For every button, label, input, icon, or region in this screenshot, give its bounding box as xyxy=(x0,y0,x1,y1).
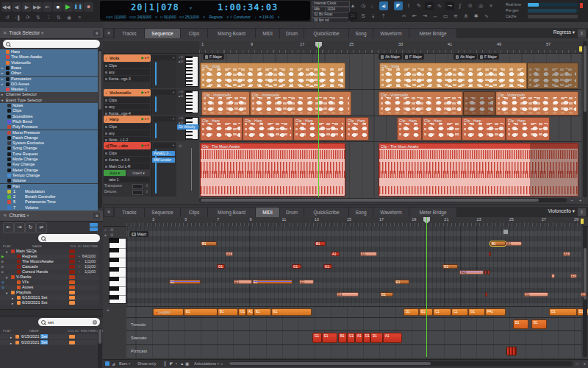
event-type-patch-change[interactable]: Patch Change xyxy=(0,135,98,141)
skip-to-start-button[interactable]: ⇤ xyxy=(3,222,14,233)
color-chip[interactable] xyxy=(69,280,75,284)
step-record-icon[interactable]: ⁙ xyxy=(348,12,357,21)
event-type-5portamento-time[interactable]: 5Portamento Time xyxy=(0,199,98,205)
slip-tool-icon[interactable]: ▭ xyxy=(441,12,450,21)
articulation-block-f-1[interactable]: F#1 xyxy=(485,308,506,316)
articulation-block-e1[interactable]: E1 xyxy=(322,333,337,343)
sequence-select[interactable]: Regress ▾ ⇕ Conductor ♩ = 134.00 ▾ xyxy=(205,15,279,19)
stop-button[interactable]: ■ xyxy=(53,2,62,12)
clip[interactable]: Clip - Violoncello xyxy=(201,91,250,116)
close-icon[interactable]: ✕ xyxy=(3,30,7,35)
color-chip[interactable] xyxy=(69,291,75,294)
section-event-type-selector[interactable]: ▾Event Type Selector xyxy=(0,98,98,103)
track-lane-harp[interactable]: Clip - HarpClip - HarpClip - HarpClip - … xyxy=(199,116,581,142)
insert-button[interactable]: Insert ▾ xyxy=(127,170,150,176)
audio-click-icon[interactable]: ◀) xyxy=(379,1,388,10)
chunks-search-input[interactable] xyxy=(38,234,100,242)
clip[interactable]: Clip - Harp xyxy=(243,117,293,141)
clip[interactable]: Clip - The Moon Awake xyxy=(200,143,345,197)
articulation-block-d1[interactable]: D1 xyxy=(549,308,577,316)
key-signature-chip[interactable]: ♪Ab Major xyxy=(453,54,477,60)
articulation-block-d1[interactable]: D1 xyxy=(404,308,419,316)
grid-view-icon[interactable] xyxy=(105,361,110,366)
track-title-bar[interactable]: Violoncello♪▶●≡ xyxy=(104,89,151,96)
chunks-menu-icon[interactable]: ≣ xyxy=(93,213,100,219)
clock-icon[interactable]: ◷ xyxy=(359,1,368,10)
sequence-vscrollbar[interactable] xyxy=(583,41,587,197)
split-tool-icon[interactable]: ⋔ xyxy=(462,12,470,21)
event-type-tempo-change[interactable]: Tempo Change xyxy=(0,173,98,178)
volume-fader[interactable] xyxy=(155,123,157,138)
insert-chip-ch-velocity[interactable]: Ch Velocity xyxy=(177,124,198,130)
event-type-poly-pressure[interactable]: Poly Pressure xyxy=(0,124,98,130)
track-buttons[interactable]: ▶●≡ xyxy=(141,142,150,149)
midi-note-g1[interactable]: G1 xyxy=(323,264,332,269)
midi-note-d1[interactable]: D1 xyxy=(380,292,393,297)
clip[interactable]: Clip - The Moon Awake xyxy=(379,143,578,197)
ramp-icon[interactable]: ◢ xyxy=(112,360,115,367)
midi-note[interactable] xyxy=(489,252,491,256)
find-search-input[interactable]: set ✕ xyxy=(38,318,100,326)
mini-keyboard[interactable] xyxy=(185,56,198,87)
articulation-block-g1[interactable]: G1 xyxy=(312,333,322,343)
marker-filter-icon[interactable]: ▲ xyxy=(180,360,184,367)
track-row-do-auxes[interactable]: ▸DO Auxes xyxy=(0,82,98,87)
track-setting-row-0[interactable]: Clips▾ xyxy=(104,97,150,103)
zoom-tool-icon[interactable]: ⊙ xyxy=(466,1,475,10)
clip[interactable]: Clip - Harp xyxy=(462,117,506,141)
mini-keyboard[interactable] xyxy=(185,91,198,113)
color-chip[interactable] xyxy=(69,341,75,344)
trim-start-tool-icon[interactable]: ⇤ xyxy=(410,12,419,21)
articulations-select[interactable]: Articulations ▾ ◂ xyxy=(194,360,223,367)
midi-note-a1[interactable]: A1 xyxy=(331,252,340,256)
chunks-header[interactable]: ✕Chunks ▾ ≣ xyxy=(0,210,103,222)
dot-filter-icon[interactable]: • xyxy=(176,360,177,367)
track-lane-violoncello[interactable]: Clip - VioloncelloClip - VioloncelloClip… xyxy=(199,89,581,116)
counter-dropdown-icon[interactable]: ▾ xyxy=(190,5,192,10)
chunk-view-toggle[interactable] xyxy=(90,223,98,232)
midi-note-f1[interactable]: F1 xyxy=(570,274,577,278)
event-type-clips[interactable]: Clips xyxy=(0,108,98,113)
clip[interactable] xyxy=(527,63,578,89)
articulation-block-d1[interactable]: D1 xyxy=(363,333,370,343)
volume-fader[interactable] xyxy=(155,96,157,112)
pause-button[interactable]: ❚❚ xyxy=(74,2,83,12)
play-chunk-icon[interactable]: ◎ xyxy=(1,280,4,285)
track-header-the-ake[interactable]: The ...ake◁)▶●≡Clips▾Konta...s 3-4▾Main … xyxy=(103,142,151,197)
mute-tool-icon[interactable]: ✱ xyxy=(472,12,481,21)
record-button[interactable]: ● xyxy=(84,2,93,12)
auto-button[interactable]: Auto ▾ xyxy=(104,170,126,176)
track-setting-row-1[interactable]: any▾ xyxy=(104,69,150,75)
clip[interactable]: Clip - Harp xyxy=(200,117,243,141)
articulation-block-e1[interactable]: E1 xyxy=(184,308,218,316)
zoom-in-button[interactable]: + xyxy=(577,197,584,203)
articulation-lane-pizzicato[interactable]: Pizzicato xyxy=(126,344,581,358)
articulation-block[interactable] xyxy=(506,347,517,355)
track-row-master-1[interactable]: Master-1 xyxy=(0,87,98,92)
chunk-row-regress[interactable]: ▶Regress-64|1|00 xyxy=(0,254,98,259)
articulation-block-g1[interactable]: G1 xyxy=(347,333,355,343)
track-row-percussion[interactable]: ▸Percussion xyxy=(0,77,98,82)
midi-note-g1[interactable]: G1 xyxy=(442,264,458,269)
zoom-out-button[interactable]: − xyxy=(569,197,576,203)
clear-search-icon[interactable]: ✕ xyxy=(93,320,97,325)
midi-note-b1[interactable]: B1 xyxy=(490,241,506,246)
clip[interactable]: Clip - Harp xyxy=(345,117,369,141)
track-title-bar[interactable]: Harp♪▶●≡ xyxy=(104,116,151,123)
smpte-counter[interactable]: 1:00:34:03 xyxy=(218,2,278,13)
key-signature-chip[interactable]: ♪Ab Major xyxy=(379,54,402,60)
articulation-block-c1[interactable]: C1 xyxy=(433,308,451,316)
articulation-block-b1[interactable]: B1 xyxy=(218,308,238,316)
track-buttons[interactable]: ▶●≡ xyxy=(141,116,150,123)
midi-note-e1[interactable]: E1 xyxy=(299,280,314,284)
event-type-mode-change[interactable]: Mode Change xyxy=(0,157,98,162)
articulation-lane-legato[interactable]: E1B1G1A1E1E1D1E1C1C1G1F#1D1D2A1F1D1● Leg… xyxy=(126,306,581,318)
midi-note-g1[interactable]: G1 xyxy=(292,264,301,269)
track-header-viola[interactable]: Viola♪▶●≡Clips▾any▾Konta...ngs-3▾ xyxy=(103,54,151,88)
track-setting-row-0[interactable]: Clips▾ xyxy=(104,150,150,156)
search-result-row[interactable]: ▸6/20/2021 Set xyxy=(0,340,98,345)
event-type-tune-request[interactable]: Tune Request xyxy=(0,152,98,157)
midi-note-e1[interactable]: E1 xyxy=(169,280,201,284)
transpose-stepper[interactable]: ⇕ xyxy=(146,183,148,188)
expander-icon[interactable]: ▸ xyxy=(10,341,12,346)
